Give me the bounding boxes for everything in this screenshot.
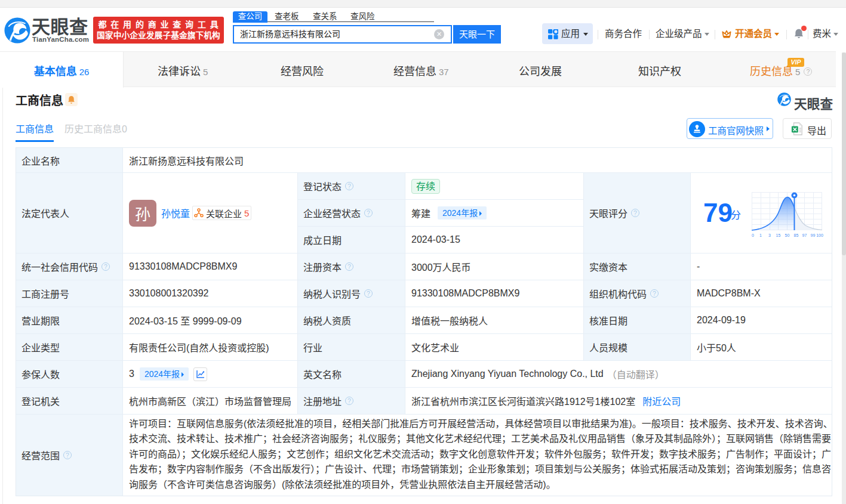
svg-text:1: 1 bbox=[759, 233, 762, 237]
svg-text:97: 97 bbox=[802, 233, 807, 237]
svg-text:85: 85 bbox=[794, 233, 799, 237]
svg-text:50: 50 bbox=[785, 233, 790, 237]
svg-text:100: 100 bbox=[816, 233, 823, 237]
svg-text:99: 99 bbox=[811, 233, 816, 237]
svg-text:0: 0 bbox=[752, 233, 754, 237]
svg-text:15: 15 bbox=[776, 233, 781, 237]
svg-text:3: 3 bbox=[768, 233, 771, 237]
